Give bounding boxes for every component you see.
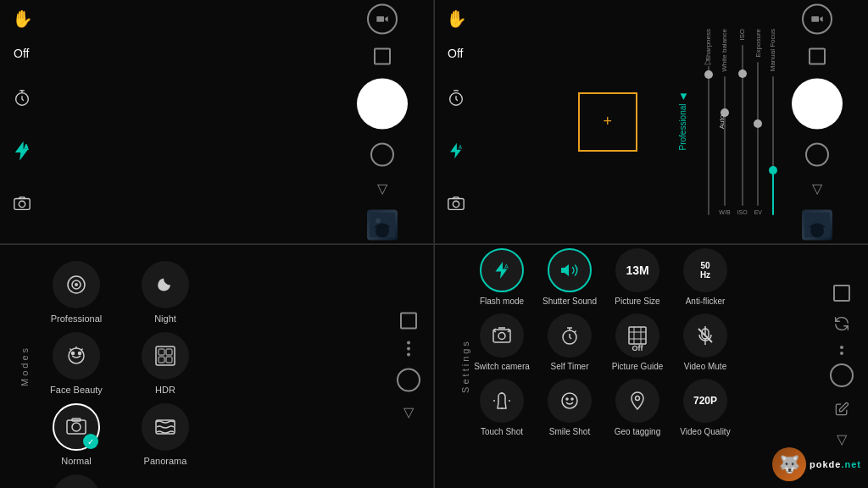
mode-night[interactable]: Night <box>127 261 203 324</box>
mf-label: Manual Focus <box>769 29 776 71</box>
setting-self-timer[interactable]: Self Timer <box>536 313 604 372</box>
svg-rect-28 <box>166 357 172 363</box>
active-check: ✓ <box>83 434 98 449</box>
video-mute-label: Video Mute <box>684 362 726 372</box>
settings-panel: Settings A Flash mode Shutter Sound <box>434 244 868 488</box>
shutter-area-q1: ▽ <box>357 3 408 240</box>
svg-point-47 <box>566 398 568 400</box>
svg-point-19 <box>72 352 75 355</box>
svg-point-20 <box>79 352 81 355</box>
flash-off-label: Off <box>14 47 29 60</box>
horizontal-divider <box>0 244 868 245</box>
circle-btn-q4[interactable] <box>830 363 854 387</box>
flash-auto-icon-q2[interactable]: A <box>442 137 470 164</box>
gesture-icon-q2: ✋ <box>444 7 468 30</box>
more-options-q3[interactable] <box>407 341 410 357</box>
aspect-ratio-q3[interactable] <box>400 313 417 330</box>
circle-mode-button[interactable] <box>370 142 394 166</box>
smile-shot-icon <box>548 379 592 423</box>
settings-grid: A Flash mode Shutter Sound 13M Picture S… <box>468 248 800 437</box>
camera-view-basic: ✋ Off A <box>0 0 434 244</box>
video-button[interactable] <box>367 3 398 34</box>
more-options-q4[interactable] <box>840 346 843 355</box>
aspect-ratio-button[interactable] <box>374 47 391 64</box>
setting-smile-shot[interactable]: Smile Shot <box>536 379 604 437</box>
flash-auto-icon[interactable]: A <box>8 137 36 164</box>
setting-picture-guide[interactable]: Off Picture Guide <box>604 313 671 372</box>
modes-grid: Professional Night <box>38 252 203 488</box>
flash-mode-icon: A <box>480 248 524 292</box>
shutter-sound-label: Shutter Sound <box>542 297 597 307</box>
shutter-inner <box>360 81 404 125</box>
dot3 <box>407 353 410 357</box>
svg-line-38 <box>575 331 576 333</box>
svg-rect-12 <box>811 16 819 22</box>
touch-shot-icon <box>480 379 524 423</box>
svg-text:A: A <box>504 263 509 269</box>
setting-flash-mode[interactable]: A Flash mode <box>468 248 536 307</box>
circle-btn-q3[interactable] <box>397 369 420 392</box>
camera-settings-icon[interactable] <box>8 190 36 217</box>
aspect-ratio-button-q2[interactable] <box>809 47 826 64</box>
timer-icon-q2[interactable] <box>442 85 470 112</box>
shutter-button-q2[interactable] <box>792 78 843 129</box>
setting-shutter-sound[interactable]: Shutter Sound <box>536 248 604 307</box>
aspect-ratio-q4[interactable] <box>833 285 850 302</box>
shutter-sound-icon <box>548 248 592 292</box>
flash-mode-label: Flash mode <box>480 297 524 307</box>
setting-picture-size[interactable]: 13M Picture Size <box>604 248 671 307</box>
sharpness-slider[interactable]: Sharpness △ <box>704 29 712 215</box>
setting-touch-shot[interactable]: Touch Shot <box>468 379 536 437</box>
switch-camera-icon <box>480 313 524 358</box>
normal-label: Normal <box>61 456 91 466</box>
hdr-icon <box>142 332 189 380</box>
picture-size-label: Picture Size <box>615 297 659 307</box>
down-arrow-q4: ▽ <box>837 431 847 447</box>
setting-video-quality[interactable]: 720P Video Quality <box>671 379 739 437</box>
setting-geo-tagging[interactable]: Geo tagging <box>604 379 671 437</box>
mode-normal[interactable]: ✓ Normal <box>38 403 114 466</box>
svg-text:A: A <box>25 144 29 150</box>
dot2 <box>407 347 410 351</box>
video-button-q2[interactable] <box>802 3 832 34</box>
svg-rect-25 <box>159 349 164 355</box>
shutter-button[interactable] <box>357 78 408 129</box>
refresh-button[interactable] <box>828 310 855 337</box>
setting-switch-camera[interactable]: Switch camera <box>468 313 536 372</box>
setting-anti-flicker[interactable]: 50Hz Anti-flicker <box>671 248 739 307</box>
gallery-thumbnail[interactable] <box>367 209 398 240</box>
pokde-watermark: 🐺 pokde.net <box>772 447 861 481</box>
pokde-brand: pokde.net <box>810 459 861 469</box>
edit-button[interactable] <box>828 396 855 423</box>
svg-rect-26 <box>166 349 172 355</box>
setting-video-mute[interactable]: Video Mute <box>671 313 739 372</box>
camera-settings-icon-q2[interactable] <box>442 190 470 217</box>
mode-face-beauty[interactable]: Face Beauty <box>38 332 114 395</box>
dot1-q4 <box>840 346 843 349</box>
right-controls-q3: ▽ <box>397 313 420 420</box>
auto-label: Auto <box>717 114 725 128</box>
geo-tagging-icon <box>615 379 659 423</box>
ev-slider[interactable]: Exposure EV <box>754 29 762 215</box>
mode-hdr[interactable]: HDR <box>127 332 203 395</box>
sports-icon <box>53 474 100 488</box>
mode-panorama[interactable]: Panorama <box>127 403 203 466</box>
night-icon <box>142 261 189 308</box>
gallery-thumbnail-q2[interactable] <box>802 209 832 240</box>
sliders-panel: Sharpness △ White balance W/B ISO ISO Ex… <box>704 7 776 236</box>
down-arrow-q3: ▽ <box>403 404 414 420</box>
iso-slider[interactable]: ISO ISO <box>737 29 748 215</box>
mode-professional[interactable]: Professional <box>38 261 114 324</box>
svg-point-17 <box>75 283 78 286</box>
circle-mode-button-q2[interactable] <box>805 142 829 166</box>
mode-sports[interactable]: Sports <box>38 474 114 488</box>
geo-tagging-label: Geo tagging <box>615 427 661 437</box>
gesture-icon: ✋ <box>10 7 34 30</box>
svg-line-22 <box>70 349 72 351</box>
left-icons-q1: A <box>8 85 36 217</box>
shutter-area-q2: ▽ <box>792 3 843 240</box>
svg-rect-27 <box>159 357 164 363</box>
mf-slider[interactable]: Manual Focus <box>769 29 776 215</box>
svg-point-48 <box>571 398 573 400</box>
timer-icon[interactable] <box>8 85 36 112</box>
